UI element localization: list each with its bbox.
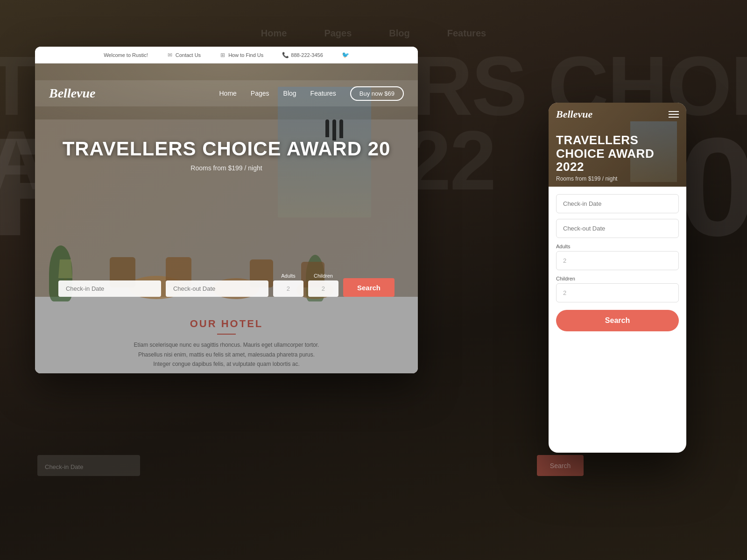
mobile-children-field: Children (556, 276, 679, 302)
phone-icon: 📞 (282, 52, 289, 58)
mobile-children-label: Children (556, 276, 679, 281)
children-label: Children (308, 273, 338, 279)
checkin-input[interactable] (58, 280, 161, 297)
bg-nav-features: Features (447, 28, 486, 39)
mobile-checkin-field (556, 194, 679, 213)
menu-line-3 (669, 117, 679, 118)
adults-input[interactable] (273, 280, 303, 297)
menu-line-2 (669, 114, 679, 115)
adults-label: Adults (273, 273, 303, 279)
desktop-mockup: Welcome to Rustic! ✉ Contact Us ⊞ How to… (35, 47, 418, 373)
nav-home[interactable]: Home (219, 90, 236, 97)
bg-nav-home: Home (261, 28, 287, 39)
checkout-group (166, 280, 268, 297)
mobile-checkin-input[interactable] (556, 194, 679, 213)
desktop-logo: Bellevue (49, 86, 96, 101)
mobile-adults-label: Adults (556, 244, 679, 249)
email-icon: ✉ (167, 52, 173, 58)
mobile-mockup: Bellevue TRAVELLERS CHOICE AWARD 2022 Ro… (549, 103, 686, 453)
map-icon: ⊞ (219, 52, 226, 58)
desktop-booking-form: Adults Children Search (35, 273, 418, 297)
desktop-hero-subtitle: Rooms from $199 / night (35, 164, 418, 172)
desktop-nav-links: Home Pages Blog Features Buy now $69 (219, 86, 404, 101)
mobile-checkout-input[interactable] (556, 219, 679, 238)
person-3 (325, 119, 329, 137)
children-group: Children (308, 273, 338, 297)
desktop-search-button[interactable]: Search (343, 278, 395, 297)
desktop-nav: Bellevue Home Pages Blog Features Buy no… (35, 80, 418, 106)
person-1 (339, 119, 343, 138)
phone-item[interactable]: 📞 888-222-3456 (282, 52, 323, 58)
mobile-logo: Bellevue (556, 108, 592, 120)
twitter-item[interactable]: 🐦 (342, 51, 349, 58)
twitter-icon: 🐦 (342, 51, 349, 58)
desktop-hero-text: TRAVELLERS CHOICE AWARD 20 Rooms from $1… (35, 138, 418, 172)
nav-features[interactable]: Features (310, 90, 336, 97)
mobile-checkout-field (556, 219, 679, 238)
mobile-menu-button[interactable] (669, 111, 679, 118)
bg-nav-pages: Pages (324, 28, 352, 39)
mobile-adults-input[interactable] (556, 251, 679, 270)
mobile-adults-field: Adults (556, 244, 679, 270)
mobile-search-button[interactable]: Search (556, 310, 679, 331)
bg-ghost-nav: Home Pages Blog Features (0, 28, 747, 39)
mobile-children-input[interactable] (556, 283, 679, 302)
mobile-hero-text: TRAVELLERS CHOICE AWARD 2022 Rooms from … (556, 133, 679, 182)
desktop-hero-title: TRAVELLERS CHOICE AWARD 20 (35, 138, 418, 160)
children-input[interactable] (308, 280, 338, 297)
checkin-group (58, 280, 161, 297)
checkout-input[interactable] (166, 280, 268, 297)
bg-ghost-checkin: Check-in Date (37, 458, 91, 476)
menu-line-1 (669, 111, 679, 112)
nav-pages[interactable]: Pages (251, 90, 269, 97)
mobile-header: Bellevue TRAVELLERS CHOICE AWARD 2022 Ro… (549, 103, 686, 187)
nav-blog[interactable]: Blog (283, 90, 296, 97)
bg-nav-blog: Blog (389, 28, 409, 39)
hero-dark-overlay (35, 63, 418, 373)
find-item[interactable]: ⊞ How to Find Us (219, 52, 263, 58)
mobile-hero-title: TRAVELLERS CHOICE AWARD 2022 (556, 133, 679, 174)
mobile-hero-subtitle: Rooms from $199 / night (556, 175, 679, 182)
desktop-top-bar: Welcome to Rustic! ✉ Contact Us ⊞ How to… (35, 47, 418, 63)
buy-now-button[interactable]: Buy now $69 (350, 86, 404, 101)
contact-item[interactable]: ✉ Contact Us (167, 52, 201, 58)
mobile-booking-form: Adults Children Search (549, 187, 686, 339)
mobile-nav: Bellevue (549, 103, 686, 126)
bg-ghost-search: Search (537, 455, 584, 476)
desktop-hero: Bellevue Home Pages Blog Features Buy no… (35, 63, 418, 373)
welcome-text: Welcome to Rustic! (104, 52, 148, 58)
adults-group: Adults (273, 273, 303, 297)
